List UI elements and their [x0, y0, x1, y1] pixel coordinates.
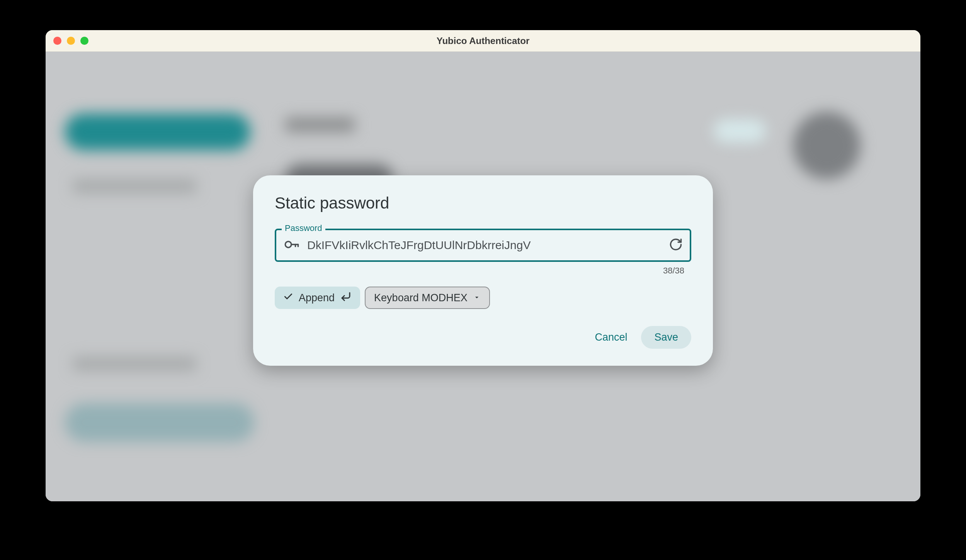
append-enter-toggle[interactable]: Append	[275, 287, 360, 309]
keyboard-layout-dropdown[interactable]: Keyboard MODHEX	[365, 287, 490, 309]
dialog-title: Static password	[275, 194, 691, 212]
maximize-window-button[interactable]	[80, 37, 88, 45]
enter-key-icon	[340, 291, 352, 305]
app-window: Yubico Authenticator Static password Pas…	[46, 30, 920, 501]
save-button[interactable]: Save	[641, 326, 691, 349]
password-field-label: Password	[282, 223, 325, 233]
password-input[interactable]	[307, 239, 664, 252]
keyboard-layout-label: Keyboard MODHEX	[374, 292, 468, 304]
minimize-window-button[interactable]	[67, 37, 75, 45]
cancel-button[interactable]: Cancel	[584, 326, 638, 349]
app-body: Static password Password	[46, 52, 920, 501]
check-icon	[283, 292, 293, 304]
static-password-dialog: Static password Password	[253, 175, 713, 366]
titlebar: Yubico Authenticator	[46, 30, 920, 52]
password-field: Password	[275, 229, 691, 262]
options-row: Append Keyboard MODHEX	[275, 287, 691, 309]
key-icon	[283, 236, 299, 254]
regenerate-password-button[interactable]	[669, 238, 683, 253]
append-toggle-label: Append	[299, 292, 335, 304]
dialog-actions: Cancel Save	[275, 326, 691, 349]
svg-point-0	[285, 241, 291, 248]
window-controls	[53, 37, 88, 45]
chevron-down-icon	[473, 292, 481, 304]
dialog-overlay: Static password Password	[46, 52, 920, 501]
window-title: Yubico Authenticator	[46, 36, 920, 46]
password-char-count: 38/38	[275, 266, 691, 276]
password-input-container	[275, 229, 691, 262]
close-window-button[interactable]	[53, 37, 61, 45]
